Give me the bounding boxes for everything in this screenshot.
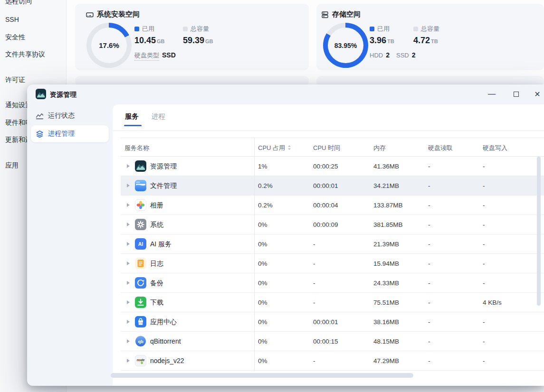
maximize-icon bbox=[514, 92, 519, 97]
expand-caret-icon[interactable] bbox=[127, 184, 130, 187]
svg-text:AI: AI bbox=[138, 241, 143, 247]
expand-caret-icon[interactable] bbox=[127, 339, 130, 343]
table-row[interactable]: qb qBittorrent 0% 00:00:15 48.15MB - - bbox=[121, 332, 544, 351]
cpu-usage-value: 0% bbox=[258, 357, 267, 364]
resource-manager-window: 资源管理 — ✕ 运行状态 进程管理 服务 进程 服务名称 bbox=[27, 84, 544, 386]
expand-caret-icon[interactable] bbox=[127, 300, 130, 304]
service-name: 资源管理 bbox=[150, 162, 177, 171]
disk-write-value: 4 KB/s bbox=[483, 299, 502, 306]
table-row[interactable]: STORE 应用中心 0% 00:00:01 38.16MB - - bbox=[121, 312, 544, 332]
table-row[interactable]: 相册 0.2% 00:00:04 133.87MB - - bbox=[121, 196, 544, 215]
storage-space-card: 存储空间 83.95% 已用 3.96TB 总容量 4.72TB HDD2 SS… bbox=[316, 4, 544, 70]
disk-write-value: - bbox=[483, 260, 485, 267]
close-button[interactable]: ✕ bbox=[530, 87, 544, 101]
table-row[interactable]: node nodejs_v22 0% - 47.29MB - - bbox=[121, 351, 544, 371]
memory-value: 34.21MB bbox=[373, 182, 399, 189]
header-disk-read[interactable]: 硬盘读取 bbox=[428, 144, 453, 152]
used-legend: 已用 10.45GB bbox=[134, 25, 165, 46]
sort-icon[interactable] bbox=[287, 145, 291, 152]
service-icon: node bbox=[135, 355, 146, 366]
cpu-usage-value: 0% bbox=[258, 338, 267, 345]
vertical-scrollbar[interactable] bbox=[537, 157, 541, 306]
expand-caret-icon[interactable] bbox=[127, 320, 130, 324]
table-row[interactable]: 下载 0% - 75.51MB - 4 KB/s bbox=[121, 293, 544, 312]
cpu-usage-value: 0% bbox=[258, 280, 267, 287]
settings-sidebar-item[interactable]: 文件共享协议 bbox=[5, 50, 45, 59]
active-tab-underline bbox=[124, 125, 142, 126]
disk-read-value: - bbox=[428, 299, 430, 306]
cpu-usage-value: 0% bbox=[258, 260, 267, 267]
window-header: 资源管理 — ✕ bbox=[27, 84, 544, 104]
total-label: 总容量 bbox=[191, 25, 209, 33]
total-unit: GB bbox=[205, 38, 213, 44]
card-title: 存储空间 bbox=[332, 10, 361, 19]
table-row[interactable]: 日志 0% - 15.94MB - - bbox=[121, 254, 544, 273]
expand-caret-icon[interactable] bbox=[127, 359, 130, 363]
disk-read-value: - bbox=[428, 318, 430, 326]
header-memory[interactable]: 内存 bbox=[373, 144, 386, 152]
system-install-space-card: 系统安装空间 17.6% 已用 10.45GB 总容量 59.39GB 硬盘类型… bbox=[75, 4, 309, 70]
expand-caret-icon[interactable] bbox=[127, 203, 130, 207]
header-cpu-time[interactable]: CPU 时间 bbox=[313, 144, 340, 152]
nav-item-running-status[interactable]: 运行状态 bbox=[31, 107, 109, 124]
table-row[interactable]: 资源管理 1% 00:00:25 41.36MB - - bbox=[121, 157, 544, 176]
disk-write-value: - bbox=[483, 182, 485, 189]
total-legend: 总容量 59.39GB bbox=[183, 25, 213, 46]
cpu-time-value: 00:00:01 bbox=[313, 318, 338, 326]
used-label: 已用 bbox=[377, 25, 390, 33]
horizontal-scrollbar[interactable] bbox=[111, 373, 413, 378]
used-swatch bbox=[134, 27, 139, 31]
expand-caret-icon[interactable] bbox=[127, 261, 130, 265]
memory-value: 47.29MB bbox=[373, 357, 399, 364]
cpu-time-value: 00:00:04 bbox=[313, 202, 338, 209]
cpu-usage-value: 0% bbox=[258, 221, 267, 228]
cpu-usage-value: 0.2% bbox=[258, 182, 273, 189]
service-icon bbox=[135, 219, 146, 230]
disk-type-label[interactable]: 硬盘类型 bbox=[134, 51, 159, 61]
header-cpu-usage[interactable]: CPU 占用 bbox=[258, 144, 291, 152]
service-name: 备份 bbox=[150, 279, 163, 288]
tab-services[interactable]: 服务 bbox=[125, 112, 139, 121]
service-name: 系统 bbox=[150, 221, 163, 229]
settings-sidebar-item[interactable]: SSH bbox=[5, 16, 19, 23]
svg-text:node: node bbox=[137, 358, 145, 362]
expand-caret-icon[interactable] bbox=[127, 281, 130, 285]
used-label: 已用 bbox=[142, 25, 154, 33]
cpu-usage-value: 0% bbox=[258, 318, 267, 326]
expand-caret-icon[interactable] bbox=[127, 223, 130, 226]
used-legend: 已用 3.96TB bbox=[370, 25, 394, 46]
memory-value: 133.87MB bbox=[373, 202, 403, 209]
table-row[interactable]: AI AI 服务 0% - 21.39MB - - bbox=[121, 234, 544, 254]
service-icon: AI bbox=[135, 238, 146, 250]
layers-icon bbox=[36, 130, 44, 138]
header-disk-write[interactable]: 硬盘写入 bbox=[483, 144, 507, 152]
nav-item-process-management[interactable]: 进程管理 bbox=[31, 125, 109, 142]
cpu-usage-value: 1% bbox=[258, 163, 267, 170]
table-row[interactable]: 系统 0% 00:00:09 381.85MB - - bbox=[121, 215, 544, 234]
minimize-button[interactable]: — bbox=[484, 87, 499, 101]
total-legend: 总容量 4.72TB bbox=[413, 25, 439, 46]
expand-caret-icon[interactable] bbox=[127, 164, 130, 168]
settings-sidebar-item[interactable]: 许可证 bbox=[5, 76, 25, 84]
expand-caret-icon[interactable] bbox=[127, 242, 130, 246]
cpu-time-value: 00:00:25 bbox=[313, 163, 338, 170]
total-value: 59.39 bbox=[183, 36, 204, 45]
disk-type-value: SSD bbox=[162, 51, 176, 59]
settings-sidebar-item[interactable]: 安全性 bbox=[5, 33, 25, 42]
cpu-time-value: - bbox=[313, 299, 315, 306]
settings-sidebar-item[interactable]: 远程访问 bbox=[5, 0, 32, 6]
tab-bar: 服务 进程 bbox=[113, 104, 544, 131]
service-icon bbox=[135, 277, 146, 289]
memory-value: 381.85MB bbox=[373, 221, 403, 228]
disk-read-value: - bbox=[428, 163, 430, 170]
service-icon bbox=[135, 199, 146, 211]
settings-sidebar-item[interactable]: 应用 bbox=[5, 161, 19, 170]
window-title: 资源管理 bbox=[50, 91, 76, 99]
cpu-usage-value: 0% bbox=[258, 241, 267, 248]
table-row[interactable]: 备份 0% - 24.33MB - - bbox=[121, 273, 544, 293]
header-service-name[interactable]: 服务名称 bbox=[124, 144, 149, 152]
maximize-button[interactable] bbox=[508, 87, 524, 101]
tab-processes[interactable]: 进程 bbox=[152, 112, 165, 121]
table-row[interactable]: 文件管理 0.2% 00:00:01 34.21MB - - bbox=[121, 176, 544, 196]
disk-read-value: - bbox=[428, 182, 430, 189]
